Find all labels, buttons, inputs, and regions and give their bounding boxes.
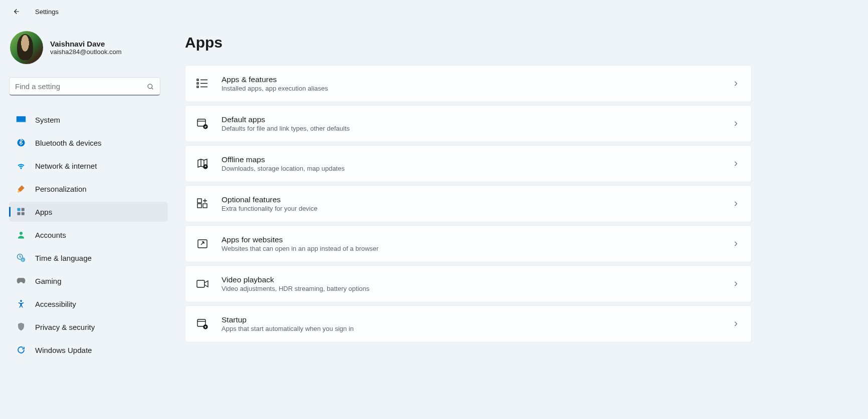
chevron-right-icon	[732, 240, 739, 247]
card-apps-features[interactable]: Apps & features Installed apps, app exec…	[185, 65, 752, 102]
svg-point-9	[20, 232, 23, 235]
nav-item-label: Gaming	[35, 277, 62, 285]
card-list: Apps & features Installed apps, app exec…	[185, 65, 752, 342]
search-input[interactable]	[9, 77, 160, 96]
bluetooth-icon	[16, 138, 26, 148]
back-arrow-icon	[11, 7, 20, 16]
card-subtitle: Downloads, storage location, map updates	[222, 165, 720, 172]
card-title: Default apps	[222, 115, 720, 124]
startup-icon	[195, 318, 209, 330]
accessibility-icon	[16, 299, 26, 309]
search-container	[9, 77, 160, 96]
page-title: Apps	[185, 34, 752, 51]
nav-item-windows-update[interactable]: Windows Update	[9, 340, 168, 360]
display-icon	[16, 115, 26, 125]
card-title: Offline maps	[222, 155, 720, 164]
nav-item-label: Apps	[35, 208, 52, 216]
nav-item-label: Time & language	[35, 254, 92, 262]
nav-item-label: Bluetooth & devices	[35, 139, 102, 147]
chevron-right-icon	[732, 160, 739, 167]
card-title: Optional features	[222, 195, 720, 204]
card-title: Apps for websites	[222, 235, 720, 244]
svg-point-0	[148, 84, 152, 89]
chevron-right-icon	[732, 320, 739, 327]
wifi-icon	[16, 161, 26, 171]
brush-icon	[16, 184, 26, 194]
chevron-right-icon	[732, 120, 739, 127]
card-title: Video playback	[222, 275, 720, 284]
svg-point-3	[18, 139, 25, 147]
chevron-right-icon	[732, 80, 739, 87]
svg-rect-23	[198, 240, 207, 248]
svg-rect-6	[22, 208, 25, 211]
card-optional-features[interactable]: Optional features Extra functionality fo…	[185, 185, 752, 222]
nav-item-label: Personalization	[35, 185, 87, 193]
svg-rect-22	[197, 199, 201, 203]
nav-item-label: Privacy & security	[35, 323, 95, 331]
svg-rect-20	[197, 204, 201, 208]
svg-rect-8	[22, 212, 25, 215]
nav-item-system[interactable]: System	[9, 110, 168, 130]
main-content: Apps Apps & features Installed apps, app…	[168, 23, 868, 419]
time-lang-icon: 文	[16, 253, 26, 263]
nav-item-label: Accessibility	[35, 300, 76, 308]
nav-item-personalization[interactable]: Personalization	[9, 179, 168, 199]
nav-item-label: System	[35, 116, 60, 124]
svg-rect-2	[17, 121, 26, 123]
apps-icon	[16, 207, 26, 217]
nav-item-label: Network & internet	[35, 162, 97, 170]
open-app-icon	[195, 238, 209, 250]
titlebar: Settings	[0, 0, 868, 23]
chevron-right-icon	[732, 200, 739, 207]
gaming-icon	[16, 276, 26, 286]
card-subtitle: Extra functionality for your device	[222, 205, 720, 212]
svg-rect-5	[18, 208, 21, 211]
search-icon[interactable]	[146, 83, 154, 91]
list-icon	[195, 78, 209, 90]
nav-list: System Bluetooth & devices Network & int…	[9, 110, 168, 360]
svg-text:文: 文	[22, 258, 24, 261]
card-subtitle: Apps that start automatically when you s…	[222, 325, 720, 332]
svg-rect-14	[197, 79, 198, 81]
card-apps-for-websites[interactable]: Apps for websites Websites that can open…	[185, 225, 752, 262]
back-button[interactable]	[10, 6, 21, 17]
card-startup[interactable]: Startup Apps that start automatically wh…	[185, 305, 752, 342]
profile-name: Vaishnavi Dave	[50, 40, 122, 48]
svg-rect-15	[197, 83, 198, 84]
video-icon	[195, 278, 209, 290]
card-offline-maps[interactable]: Offline maps Downloads, storage location…	[185, 145, 752, 182]
card-video-playback[interactable]: Video playback Video adjustments, HDR st…	[185, 265, 752, 302]
chevron-right-icon	[732, 280, 739, 287]
update-icon	[16, 345, 26, 355]
nav-item-bluetooth[interactable]: Bluetooth & devices	[9, 133, 168, 153]
card-title: Apps & features	[222, 75, 720, 84]
profile-block[interactable]: Vaishnavi Dave vaisha284@outlook.com	[9, 31, 168, 64]
svg-rect-21	[203, 204, 207, 208]
nav-item-time-language[interactable]: 文 Time & language	[9, 248, 168, 268]
nav-item-accessibility[interactable]: Accessibility	[9, 294, 168, 314]
sidebar: Vaishnavi Dave vaisha284@outlook.com Sys…	[0, 23, 168, 419]
svg-point-13	[20, 300, 22, 302]
nav-item-apps[interactable]: Apps	[9, 202, 168, 222]
profile-email: vaisha284@outlook.com	[50, 48, 122, 56]
card-subtitle: Video adjustments, HDR streaming, batter…	[222, 285, 720, 292]
privacy-icon	[16, 322, 26, 332]
svg-rect-24	[197, 280, 204, 287]
map-icon	[195, 158, 209, 170]
avatar	[10, 31, 43, 64]
nav-item-privacy[interactable]: Privacy & security	[9, 317, 168, 337]
account-icon	[16, 230, 26, 240]
svg-rect-16	[197, 86, 198, 88]
card-subtitle: Defaults for file and link types, other …	[222, 125, 720, 132]
grid-plus-icon	[195, 198, 209, 210]
default-apps-icon	[195, 118, 209, 130]
card-subtitle: Websites that can open in an app instead…	[222, 245, 720, 252]
nav-item-label: Accounts	[35, 231, 66, 239]
nav-item-gaming[interactable]: Gaming	[9, 271, 168, 291]
nav-item-label: Windows Update	[35, 346, 92, 354]
card-subtitle: Installed apps, app execution aliases	[222, 85, 720, 92]
nav-item-accounts[interactable]: Accounts	[9, 225, 168, 245]
card-default-apps[interactable]: Default apps Defaults for file and link …	[185, 105, 752, 142]
window-title: Settings	[35, 8, 59, 16]
nav-item-network[interactable]: Network & internet	[9, 156, 168, 176]
